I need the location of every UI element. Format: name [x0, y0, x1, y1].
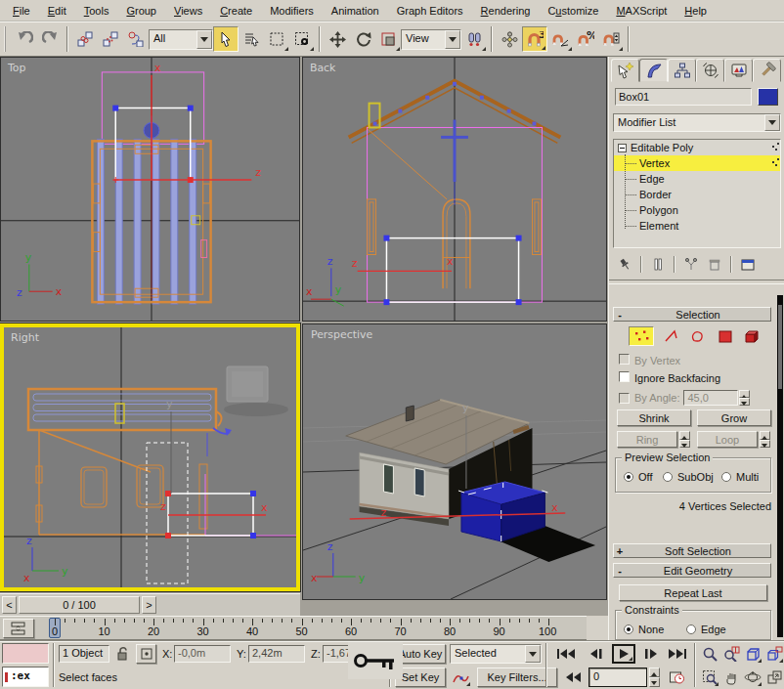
tab-display[interactable]: [724, 59, 753, 82]
play-animation-button[interactable]: [612, 644, 635, 664]
edit-geometry-rollout-header[interactable]: - Edit Geometry: [613, 563, 771, 578]
selection-rollout-header[interactable]: - Selection: [613, 307, 771, 322]
x-coordinate-field[interactable]: -0,0m: [174, 645, 231, 663]
vertex-mode-button[interactable]: [629, 326, 654, 346]
selection-lock-toggle[interactable]: [114, 645, 130, 664]
vertex-marker[interactable]: [112, 106, 118, 111]
modifier-list-drop-button[interactable]: [764, 114, 780, 131]
selected-vertex-marker[interactable]: [188, 177, 194, 183]
coordinate-drop-button[interactable]: [445, 30, 460, 49]
stack-subobject-vertex[interactable]: Vertex: [614, 155, 780, 171]
open-mini-curve-editor-button[interactable]: [3, 619, 34, 638]
maxscript-mini-listener-macro[interactable]: [2, 643, 49, 664]
absolute-offset-toggle[interactable]: [136, 644, 156, 664]
preview-off[interactable]: Off: [624, 471, 652, 483]
panel-scrollbar[interactable]: [777, 295, 783, 637]
viewport-right-canvas[interactable]: y z x z x y Right: [4, 327, 296, 587]
modifier-list-combo[interactable]: Modifier List: [613, 113, 781, 132]
next-frame-button[interactable]: [639, 644, 663, 664]
preview-multi[interactable]: Multi: [721, 471, 759, 483]
zoom-extents-button[interactable]: [743, 644, 762, 664]
unlink-selection-button[interactable]: [98, 26, 123, 52]
viewport-label-right[interactable]: Right: [11, 331, 40, 344]
ring-spinner[interactable]: [679, 431, 690, 448]
menu-edit[interactable]: Edit: [39, 2, 75, 20]
panel-scrollbar-thumb[interactable]: [778, 305, 782, 389]
menu-rendering[interactable]: Rendering: [472, 2, 540, 20]
collapse-box-icon[interactable]: [618, 144, 627, 152]
object-name-field[interactable]: Box01: [615, 88, 752, 106]
menu-maxscript[interactable]: MAXScript: [607, 2, 675, 20]
menu-customize[interactable]: Customize: [539, 2, 607, 20]
key-tangents-button[interactable]: [450, 667, 471, 687]
viewport-back[interactable]: z x z x y Back: [302, 57, 607, 322]
select-and-scale-button[interactable]: [375, 26, 401, 52]
vertex-marker[interactable]: [188, 106, 194, 111]
configure-modifier-sets-button[interactable]: [736, 255, 760, 274]
border-mode-button[interactable]: [685, 326, 711, 346]
polygon-mode-button[interactable]: [713, 326, 738, 346]
rectangular-selection-region-button[interactable]: [264, 26, 289, 52]
snaps-toggle-button[interactable]: 3: [522, 26, 547, 52]
tab-utilities[interactable]: [753, 59, 781, 82]
bind-to-space-warp-button[interactable]: [123, 26, 149, 52]
tab-create[interactable]: [611, 59, 639, 82]
select-by-name-button[interactable]: [239, 26, 264, 52]
selection-set-drop-button[interactable]: [525, 645, 541, 663]
viewport-top[interactable]: x z y x z Top: [0, 57, 300, 322]
selection-filter-combo[interactable]: All: [149, 29, 213, 50]
undo-button[interactable]: [12, 26, 37, 52]
use-pivot-point-center-button[interactable]: [461, 26, 487, 52]
track-bar[interactable]: 0102030405060708090100: [0, 616, 587, 640]
y-coordinate-field[interactable]: 2,42m: [248, 645, 305, 663]
zoom-extents-all-button[interactable]: [764, 644, 784, 664]
menu-file[interactable]: File: [4, 2, 39, 20]
window-crossing-toggle-button[interactable]: [289, 26, 315, 52]
preview-subobj[interactable]: SubObj: [663, 471, 714, 483]
zoom-all-button[interactable]: [721, 644, 741, 664]
spinner-snap-toggle-button[interactable]: [598, 26, 624, 52]
object-color-swatch[interactable]: [758, 88, 778, 106]
stack-subobject-edge[interactable]: Edge: [614, 171, 780, 187]
stack-subobject-polygon[interactable]: Polygon: [614, 202, 780, 218]
selection-filter-drop-button[interactable]: [196, 30, 212, 49]
viewport-perspective-canvas[interactable]: z x y z x y Perspective: [303, 324, 606, 599]
by-vertex-checkbox[interactable]: By Vertex: [619, 354, 680, 366]
loop-button[interactable]: Loop: [697, 431, 758, 448]
loop-spinner[interactable]: [760, 431, 770, 448]
select-and-manipulate-button[interactable]: [497, 26, 522, 52]
toolbar-grip[interactable]: [4, 26, 8, 52]
select-and-rotate-button[interactable]: [350, 26, 375, 52]
tab-modify[interactable]: [639, 59, 668, 82]
stack-subobject-border[interactable]: Border: [614, 187, 780, 202]
repeat-last-button[interactable]: Repeat Last: [619, 584, 767, 601]
tab-hierarchy[interactable]: [668, 59, 696, 82]
shrink-button[interactable]: Shrink: [617, 409, 691, 426]
by-angle-field[interactable]: 45,0: [683, 390, 738, 406]
reference-coordinate-combo[interactable]: View: [401, 29, 461, 50]
track-bar-ruler[interactable]: 0102030405060708090100: [45, 617, 578, 640]
previous-frame-button[interactable]: [585, 644, 608, 664]
zoom-button[interactable]: [700, 644, 719, 664]
remove-modifier-button[interactable]: [703, 255, 726, 274]
pan-view-button[interactable]: [721, 667, 741, 687]
viewport-perspective[interactable]: z x y z x y Perspective: [302, 323, 607, 600]
viewport-right-active[interactable]: y z x z x y Right: [0, 323, 300, 591]
menu-group[interactable]: Group: [117, 2, 165, 20]
soft-selection-rollout-header[interactable]: + Soft Selection: [613, 543, 771, 558]
make-unique-button[interactable]: [679, 255, 703, 274]
ignore-backfacing-checkbox[interactable]: Ignore Backfacing: [619, 371, 720, 384]
stack-root-editable-poly[interactable]: Editable Poly: [614, 140, 780, 155]
show-end-result-button[interactable]: [646, 255, 670, 274]
stack-subobject-element[interactable]: Element: [614, 218, 780, 234]
constraint-edge[interactable]: Edge: [686, 624, 726, 635]
select-object-button[interactable]: [213, 26, 239, 52]
angle-snap-toggle-button[interactable]: [547, 26, 573, 52]
redo-button[interactable]: [37, 26, 63, 52]
menu-views[interactable]: Views: [165, 2, 211, 20]
go-to-end-button[interactable]: [665, 644, 690, 664]
maxscript-mini-listener[interactable]: :ex: [2, 667, 49, 687]
tab-motion[interactable]: [696, 59, 724, 82]
grow-button[interactable]: Grow: [697, 409, 771, 426]
viewport-label-top[interactable]: Top: [7, 62, 25, 74]
